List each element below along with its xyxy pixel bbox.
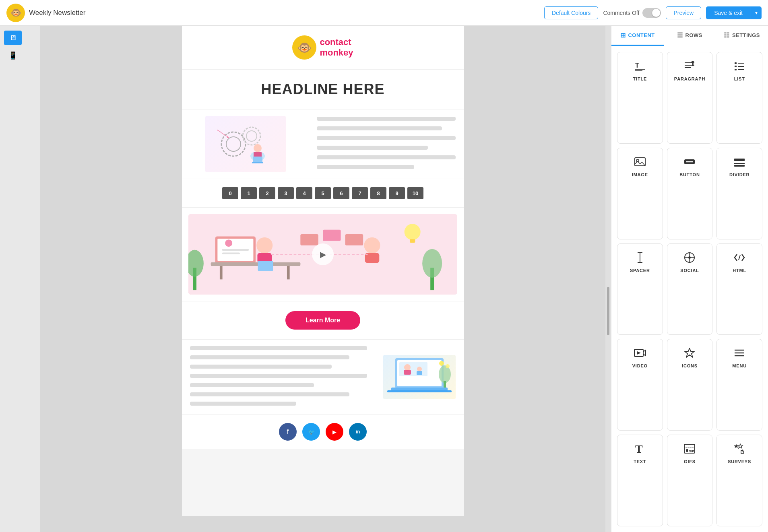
content-item-image[interactable]: IMAGE	[617, 148, 663, 239]
svg-marker-78	[685, 348, 694, 357]
svg-marker-88	[738, 444, 743, 448]
rating-4[interactable]: 4	[296, 187, 312, 199]
content-item-button[interactable]: BUTTON	[667, 148, 713, 239]
settings-tab-icon: ☷	[724, 31, 730, 39]
svg-marker-77	[637, 351, 641, 355]
menu-item-label: MENU	[732, 363, 747, 368]
rating-9[interactable]: 9	[389, 187, 405, 199]
svg-rect-19	[211, 262, 301, 266]
tab-content[interactable]: ⊞ CONTENT	[611, 26, 664, 46]
rating-0[interactable]: 0	[222, 187, 238, 199]
bottom-illustration	[383, 355, 456, 399]
right-panel: ⊞ CONTENT ☰ ROWS ☷ SETTINGS T TITLE	[611, 26, 768, 532]
icons-icon	[683, 346, 696, 359]
rating-7[interactable]: 7	[352, 187, 368, 199]
svg-text:¶: ¶	[691, 60, 694, 66]
content-item-spacer[interactable]: SPACER	[617, 243, 663, 335]
content-item-social[interactable]: SOCIAL	[667, 243, 713, 335]
svg-marker-10	[227, 136, 229, 138]
content-item-text[interactable]: T TEXT	[617, 435, 663, 526]
video-thumbnail[interactable]: ▶	[188, 214, 457, 295]
email-col-text	[309, 109, 464, 179]
svg-point-42	[439, 365, 451, 383]
title-icon: T	[634, 60, 646, 72]
bottom-line-5	[190, 383, 314, 387]
default-colours-button[interactable]: Default Colours	[544, 6, 599, 19]
content-item-video[interactable]: VIDEO	[617, 339, 663, 431]
logo-area: 🐵 Weekly Newsletter	[6, 4, 539, 22]
svg-point-28	[422, 249, 442, 278]
rating-6[interactable]: 6	[333, 187, 349, 199]
save-dropdown-button[interactable]: ▾	[751, 6, 762, 19]
scroll-thumb[interactable]	[607, 287, 609, 335]
content-item-menu[interactable]: MENU	[716, 339, 762, 431]
content-item-surveys[interactable]: SURVEYS	[716, 435, 762, 526]
settings-tab-label: SETTINGS	[732, 32, 760, 38]
comments-toggle-switch[interactable]	[642, 8, 661, 18]
svg-marker-87	[734, 444, 739, 448]
spacer-icon	[634, 251, 646, 264]
rating-2[interactable]: 2	[259, 187, 275, 199]
tab-settings[interactable]: ☷ SETTINGS	[716, 26, 768, 46]
content-item-title[interactable]: T TITLE	[617, 52, 663, 144]
svg-text:GIF: GIF	[689, 450, 694, 453]
mobile-view-button[interactable]: 📱	[4, 48, 22, 63]
email-rating-section: 0 1 2 3 4 5 6 7 8 9 10	[182, 179, 464, 208]
preview-button[interactable]: Preview	[666, 6, 701, 19]
social-linkedin-icon[interactable]: in	[349, 423, 367, 441]
content-item-icons[interactable]: ICONS	[667, 339, 713, 431]
rating-10[interactable]: 10	[407, 187, 423, 199]
svg-rect-46	[391, 388, 448, 391]
svg-rect-59	[735, 69, 737, 70]
cm-logo-text: contact monkey	[320, 37, 353, 58]
social-facebook-icon[interactable]: f	[279, 423, 297, 441]
tab-rows[interactable]: ☰ ROWS	[664, 26, 716, 46]
svg-rect-37	[399, 362, 427, 376]
content-item-paragraph[interactable]: ¶ PARAGRAPH	[667, 52, 713, 144]
desktop-view-button[interactable]: 🖥	[4, 31, 22, 45]
svg-point-45	[446, 364, 450, 368]
paragraph-item-label: PARAGRAPH	[674, 76, 705, 81]
list-item-label: LIST	[734, 76, 745, 81]
social-twitter-icon[interactable]: 🐦	[302, 423, 320, 441]
email-bottom-image	[375, 340, 464, 414]
content-item-list[interactable]: LIST	[716, 52, 762, 144]
content-item-gifs[interactable]: GIF GIFS	[667, 435, 713, 526]
social-youtube-icon[interactable]: ▶	[326, 423, 343, 441]
svg-rect-61	[635, 158, 645, 166]
content-items-grid: T TITLE ¶ PARAGRAPH	[611, 46, 768, 532]
svg-rect-57	[735, 66, 737, 67]
rows-tab-icon: ☰	[677, 31, 683, 39]
rating-3[interactable]: 3	[278, 187, 294, 199]
svg-rect-7	[253, 157, 262, 163]
mobile-icon: 📱	[8, 51, 17, 60]
save-exit-button[interactable]: Save & exit	[706, 6, 751, 19]
svg-rect-55	[735, 62, 737, 64]
text-icon: T	[634, 442, 646, 455]
svg-rect-8	[252, 162, 263, 163]
contact-monkey-logo: 🐵 contact monkey	[292, 35, 353, 60]
svg-point-29	[405, 224, 421, 240]
content-tab-label: CONTENT	[628, 32, 654, 38]
svg-point-44	[439, 361, 444, 366]
html-item-label: HTML	[733, 268, 746, 273]
content-item-divider[interactable]: DIVIDER	[716, 148, 762, 239]
content-item-html[interactable]: HTML	[716, 243, 762, 335]
email-logo-section: 🐵 contact monkey	[182, 26, 464, 70]
svg-rect-24	[258, 261, 273, 271]
rating-8[interactable]: 8	[370, 187, 386, 199]
rating-5[interactable]: 5	[315, 187, 331, 199]
gifs-icon: GIF	[683, 442, 696, 455]
canvas-area: 🐵 contact monkey HEADLINE HERE	[40, 26, 605, 532]
spacer-item-label: SPACER	[630, 268, 650, 273]
bottom-line-6	[190, 392, 349, 396]
svg-rect-33	[323, 230, 341, 241]
rating-1[interactable]: 1	[241, 187, 257, 199]
video-play-button[interactable]: ▶	[312, 243, 334, 265]
image-item-label: IMAGE	[632, 172, 648, 177]
content-tab-icon: ⊞	[620, 31, 626, 39]
image-icon	[634, 155, 646, 168]
svg-rect-43	[444, 381, 446, 388]
cta-learn-more-button[interactable]: Learn More	[285, 311, 360, 330]
paragraph-icon: ¶	[683, 60, 696, 72]
